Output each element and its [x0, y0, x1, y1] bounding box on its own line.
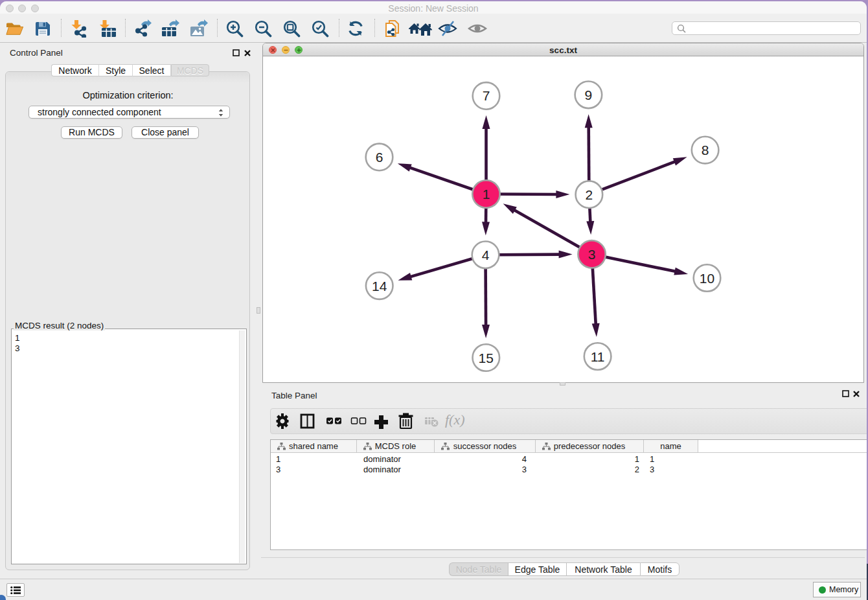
svg-text:11: 11: [591, 349, 605, 364]
svg-text:6: 6: [376, 150, 383, 165]
svg-text:14: 14: [372, 279, 387, 294]
svg-text:4: 4: [482, 248, 490, 262]
svg-text:3: 3: [588, 247, 596, 262]
svg-text:7: 7: [483, 88, 490, 103]
svg-text:15: 15: [479, 351, 494, 365]
svg-text:10: 10: [700, 271, 714, 286]
svg-text:2: 2: [586, 187, 593, 202]
svg-text:1: 1: [483, 187, 490, 202]
svg-text:9: 9: [585, 87, 593, 102]
svg-text:8: 8: [702, 143, 709, 157]
